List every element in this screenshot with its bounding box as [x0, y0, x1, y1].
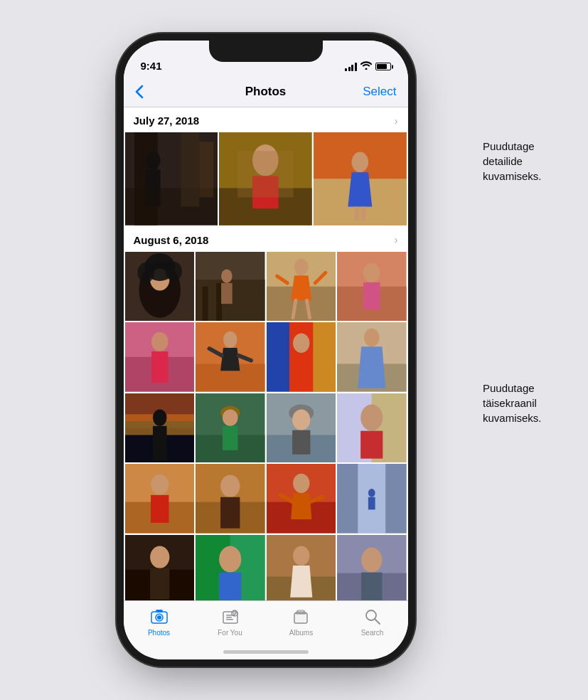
svg-rect-48	[125, 322, 195, 392]
svg-point-29	[221, 269, 232, 283]
svg-rect-109	[150, 568, 169, 599]
svg-point-68	[153, 409, 167, 425]
battery-icon	[375, 63, 391, 70]
svg-rect-123	[337, 535, 407, 600]
svg-rect-58	[313, 322, 336, 392]
svg-rect-85	[337, 393, 407, 463]
svg-marker-63	[358, 346, 385, 388]
photo-cell-2-1[interactable]	[125, 252, 195, 322]
svg-point-2	[145, 151, 160, 169]
tab-for-you[interactable]: For You	[195, 607, 266, 637]
svg-rect-56	[267, 322, 289, 392]
svg-marker-52	[220, 348, 240, 371]
svg-rect-30	[221, 283, 232, 304]
photo-cell-1-3[interactable]	[314, 132, 407, 226]
photo-cell-2-10[interactable]	[196, 393, 265, 463]
svg-rect-89	[151, 495, 169, 523]
svg-point-78	[292, 409, 310, 430]
photo-cell-2-8[interactable]	[337, 322, 407, 392]
photo-grid-1	[124, 132, 408, 227]
svg-rect-69	[153, 425, 167, 460]
page-wrapper: Puudutage detailide kuvamiseks. Puudutag…	[0, 0, 588, 700]
photo-cell-2-12[interactable]	[337, 393, 407, 463]
photo-cell-2-4[interactable]	[337, 252, 407, 322]
signal-bars	[345, 63, 357, 71]
for-you-tab-icon	[220, 607, 240, 627]
photos-tab-icon	[149, 607, 169, 627]
svg-rect-43	[337, 252, 407, 322]
svg-point-117	[293, 546, 309, 565]
svg-point-24	[165, 261, 181, 280]
svg-point-73	[223, 409, 237, 425]
svg-point-23	[137, 262, 154, 282]
svg-rect-105	[368, 497, 375, 510]
photo-cell-2-20[interactable]	[337, 535, 407, 600]
photo-cell-2-14[interactable]	[196, 464, 265, 534]
section-header-1[interactable]: July 27, 2018 ›	[124, 107, 408, 132]
svg-rect-130	[226, 617, 232, 618]
home-indicator	[223, 650, 309, 654]
svg-point-59	[293, 334, 309, 353]
svg-rect-79	[292, 430, 310, 454]
svg-marker-16	[348, 172, 372, 206]
svg-rect-74	[223, 425, 237, 450]
photo-cell-1-2[interactable]	[219, 132, 312, 226]
search-tab-icon	[363, 607, 383, 627]
photo-cell-2-15[interactable]	[267, 464, 336, 534]
annotation-top: Puudutage detailide kuvamiseks.	[483, 139, 575, 184]
section-chevron-2[interactable]: ›	[395, 234, 398, 245]
photo-cell-2-11[interactable]	[267, 393, 336, 463]
signal-bar-4	[355, 63, 357, 71]
svg-point-92	[220, 475, 240, 497]
tab-search[interactable]: Search	[337, 607, 408, 637]
back-button[interactable]	[135, 85, 144, 99]
section-header-2[interactable]: August 6, 2018 ›	[124, 227, 408, 252]
battery-fill	[377, 64, 387, 69]
svg-rect-11	[237, 151, 293, 197]
svg-rect-6	[199, 142, 213, 197]
svg-marker-97	[291, 493, 311, 519]
signal-bar-3	[351, 65, 353, 71]
svg-rect-131	[226, 619, 233, 620]
svg-rect-102	[337, 464, 358, 534]
svg-rect-17	[354, 207, 359, 221]
photo-cell-2-16[interactable]	[337, 464, 407, 534]
photo-cell-2-19[interactable]	[267, 535, 336, 600]
photo-cell-2-9[interactable]	[125, 393, 195, 463]
svg-point-108	[150, 546, 169, 568]
tab-photos[interactable]: Photos	[124, 607, 195, 637]
tab-photos-label: Photos	[148, 629, 170, 637]
photo-cell-2-7[interactable]	[267, 322, 336, 392]
svg-point-51	[223, 332, 237, 348]
status-time: 9:41	[141, 60, 162, 72]
iphone-frame: 9:41	[124, 41, 408, 659]
section-chevron-1[interactable]: ›	[395, 115, 398, 127]
photo-cell-2-5[interactable]	[125, 322, 195, 392]
photo-cell-2-13[interactable]	[125, 464, 195, 534]
photo-cell-2-6[interactable]	[196, 322, 265, 392]
annotation-bottom: Puudutage täisekraanil kuvamiseks.	[483, 381, 575, 425]
status-icons	[345, 61, 391, 72]
svg-marker-34	[291, 275, 311, 300]
tab-albums[interactable]: Albums	[266, 607, 337, 637]
svg-rect-57	[289, 322, 313, 392]
photo-grid-2	[124, 252, 408, 600]
svg-rect-28	[216, 283, 222, 322]
svg-point-62	[364, 329, 379, 346]
select-button[interactable]: Select	[363, 85, 396, 99]
content-area[interactable]: July 27, 2018 ›	[124, 107, 408, 600]
svg-rect-27	[203, 286, 208, 321]
tab-for-you-label: For You	[218, 629, 242, 637]
tab-search-label: Search	[361, 629, 384, 637]
svg-point-96	[293, 474, 309, 493]
svg-point-33	[294, 258, 309, 275]
svg-rect-93	[220, 497, 240, 529]
signal-bar-2	[348, 67, 351, 71]
svg-point-126	[157, 615, 161, 620]
photo-cell-2-2[interactable]	[196, 252, 265, 322]
photo-cell-2-18[interactable]	[196, 535, 265, 600]
photo-cell-1-1[interactable]	[125, 132, 218, 226]
photo-cell-2-17[interactable]	[125, 535, 195, 600]
photo-cell-2-3[interactable]	[267, 252, 336, 322]
albums-tab-icon	[292, 607, 311, 627]
